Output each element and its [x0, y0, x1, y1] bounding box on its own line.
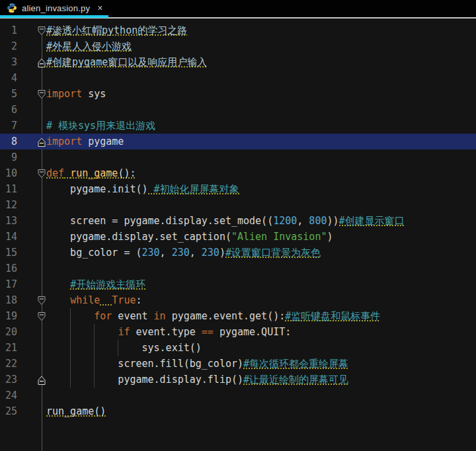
code-line[interactable]: 24	[0, 388, 476, 403]
code-token: sys.exit()	[46, 342, 202, 354]
code-token	[46, 310, 94, 322]
code-token: "Alien Invasion"	[231, 231, 327, 243]
fold-expanded-icon[interactable]	[37, 89, 46, 99]
code-text: pygame.display.flip()#让最近绘制的屏幕可见	[46, 372, 348, 388]
line-number: 3	[0, 54, 17, 70]
code-token: pygame.display.set_caption(	[46, 231, 231, 243]
code-token: def	[46, 167, 64, 179]
code-token: 800	[309, 215, 327, 227]
active-tab-indicator	[0, 15, 108, 18]
code-token: # 模块sys用来退出游戏	[46, 120, 155, 132]
tab-close-icon[interactable]: ×	[97, 3, 102, 13]
code-text: import pygame	[46, 134, 124, 149]
code-line[interactable]: 23 pygame.display.flip()#让最近绘制的屏幕可见	[0, 372, 476, 388]
code-token: sys	[82, 88, 106, 100]
code-line[interactable]: 5import sys	[0, 86, 476, 102]
tab-title: alien_invasion.py	[22, 3, 90, 13]
code-lines: 1#渗透小红帽python的学习之路2#外星人入侵小游戏3#创建pygame窗口…	[0, 22, 476, 419]
code-token: ==	[202, 326, 214, 338]
fold-expanded-icon[interactable]	[37, 25, 46, 36]
code-token: #渗透小红帽python的学习之路	[46, 24, 187, 36]
code-token: pygame.display.flip()	[46, 374, 243, 386]
code-token: #初始化屏屏幕对象	[148, 183, 239, 195]
code-line[interactable]: 10def run_game():	[0, 165, 476, 181]
code-line[interactable]: 13 screen = pygame.display.set_mode((120…	[0, 213, 476, 229]
code-token: )	[219, 247, 225, 259]
code-token: in	[154, 310, 166, 322]
line-number: 13	[0, 213, 17, 229]
line-number: 6	[0, 102, 17, 118]
code-token: #让最近绘制的屏幕可见	[243, 374, 348, 386]
line-number: 24	[0, 388, 17, 403]
code-line[interactable]: 9	[0, 149, 476, 165]
code-token: import	[46, 136, 82, 147]
line-number: 2	[0, 38, 17, 54]
code-token: screen = pygame.display.set_mode((	[46, 215, 273, 227]
code-text: #开始游戏主循环	[46, 276, 145, 292]
code-token: :	[136, 294, 141, 306]
code-token: #开始游戏主循环	[70, 278, 145, 290]
code-line[interactable]: 16	[0, 261, 476, 276]
line-number: 16	[0, 261, 17, 276]
code-token: event.type	[130, 326, 201, 338]
code-token: #创建pygame窗口以及响应用户输入	[46, 56, 207, 68]
code-token: #每次循环都会重绘屏幕	[243, 358, 348, 370]
code-line[interactable]: 22 screen.fill(bg_color)#每次循环都会重绘屏幕	[0, 356, 476, 372]
code-token: True	[112, 294, 136, 306]
fold-end-icon[interactable]	[37, 374, 46, 385]
code-line[interactable]: 3#创建pygame窗口以及响应用户输入	[0, 54, 476, 70]
code-line[interactable]: 18 while True:	[0, 292, 476, 308]
code-token: 230	[142, 247, 160, 259]
code-token: if	[118, 326, 130, 338]
code-text: pygame.display.set_caption("Alien Invasi…	[46, 229, 333, 245]
code-line[interactable]: 6	[0, 102, 476, 118]
code-line[interactable]: 4	[0, 70, 476, 86]
code-line[interactable]: 19 for event in pygame.event.get():#监听键盘…	[0, 308, 476, 324]
code-text: screen = pygame.display.set_mode((1200, …	[46, 213, 405, 229]
code-line[interactable]: 21 sys.exit()	[0, 340, 476, 356]
code-line[interactable]: 12	[0, 197, 476, 213]
code-line[interactable]: 15 bg_color = (230, 230, 230)#设置窗口背景为灰色	[0, 245, 476, 261]
code-text: #外星人入侵小游戏	[46, 38, 132, 54]
tab-alien-invasion[interactable]: alien_invasion.py ×	[0, 0, 108, 16]
code-text: while True:	[46, 292, 142, 308]
line-number: 15	[0, 245, 17, 261]
code-token: #外星人入侵小游戏	[46, 40, 132, 52]
fold-end-icon[interactable]	[37, 57, 46, 67]
line-number: 17	[0, 276, 17, 292]
code-text: #创建pygame窗口以及响应用户输入	[46, 54, 207, 70]
code-line[interactable]: 17 #开始游戏主循环	[0, 276, 476, 292]
code-token: run_game()	[46, 405, 106, 417]
fold-expanded-icon[interactable]	[37, 168, 46, 179]
line-number: 8	[0, 134, 17, 149]
code-token: #监听键盘和鼠标事件	[285, 310, 380, 322]
code-line[interactable]: 1#渗透小红帽python的学习之路	[0, 22, 476, 38]
code-text: pygame.init() #初始化屏屏幕对象	[46, 181, 239, 197]
line-number: 22	[0, 356, 17, 372]
line-number: 21	[0, 340, 17, 356]
line-number: 19	[0, 308, 17, 324]
line-number: 7	[0, 118, 17, 134]
code-line[interactable]: 11 pygame.init() #初始化屏屏幕对象	[0, 181, 476, 197]
code-token: #设置窗口背景为灰色	[225, 247, 321, 259]
code-token: 230	[202, 247, 219, 259]
code-text: if event.type == pygame.QUIT:	[46, 324, 291, 340]
code-token: ))	[327, 215, 338, 227]
code-line[interactable]: 25run_game()	[0, 403, 476, 419]
code-line[interactable]: 2#外星人入侵小游戏	[0, 38, 476, 54]
code-token: ():	[118, 167, 136, 179]
code-editor[interactable]: 1#渗透小红帽python的学习之路2#外星人入侵小游戏3#创建pygame窗口…	[0, 19, 476, 451]
line-number: 25	[0, 403, 17, 419]
code-text: bg_color = (230, 230, 230)#设置窗口背景为灰色	[46, 245, 321, 261]
line-number: 9	[0, 149, 17, 165]
code-text: # 模块sys用来退出游戏	[46, 118, 155, 134]
code-line[interactable]: 7# 模块sys用来退出游戏	[0, 118, 476, 134]
fold-end-icon[interactable]	[37, 136, 46, 147]
fold-expanded-icon[interactable]	[37, 311, 46, 321]
code-line-current[interactable]: 8import pygame	[0, 134, 476, 149]
fold-expanded-icon[interactable]	[37, 295, 46, 306]
code-line[interactable]: 14 pygame.display.set_caption("Alien Inv…	[0, 229, 476, 245]
code-line[interactable]: 20 if event.type == pygame.QUIT:	[0, 324, 476, 340]
code-token: pygame.init()	[46, 183, 148, 195]
line-number: 10	[0, 165, 17, 181]
